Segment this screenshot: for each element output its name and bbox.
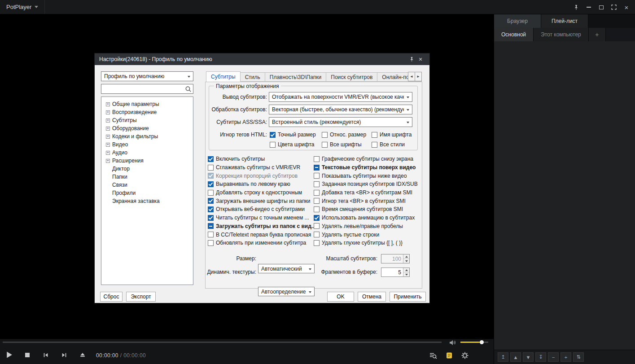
checkbox[interactable]: Игнор тега <BR> в субтитрах SMI — [314, 197, 418, 205]
tree-item[interactable]: Аудио — [101, 149, 193, 157]
checkbox-box[interactable] — [314, 215, 320, 221]
checkbox[interactable]: Все стили — [372, 140, 412, 149]
play-button[interactable] — [5, 351, 13, 359]
seek-bar[interactable] — [3, 342, 442, 343]
checkbox[interactable]: Точный размер — [270, 131, 322, 139]
spin-down-button[interactable] — [403, 259, 409, 263]
app-menu-button[interactable]: PotPlayer — [0, 0, 45, 14]
checkbox[interactable]: Относ. размер — [322, 131, 372, 139]
expand-plus-icon[interactable] — [106, 102, 110, 106]
checkbox-box[interactable] — [314, 190, 320, 196]
playlist-tool-button[interactable]: ↧ — [535, 352, 546, 362]
checkbox[interactable]: Открывать веб-видео с субтитрами — [208, 205, 316, 214]
checkbox-box[interactable] — [208, 190, 214, 196]
checkbox-box[interactable] — [314, 173, 320, 179]
checkbox[interactable]: Добавка тега <BR> к субтитрам SMI — [314, 189, 418, 197]
checkbox-box[interactable] — [322, 142, 328, 148]
expand-plus-icon[interactable] — [106, 159, 110, 163]
checkbox[interactable]: Имя шрифта — [372, 131, 412, 139]
playlist-tool-button[interactable]: ↥ — [498, 352, 508, 362]
tree-item[interactable]: Воспроизведение — [101, 108, 193, 116]
playlist-tool-button[interactable]: + — [561, 352, 571, 362]
playlist-tab[interactable]: Этот компьютер — [534, 28, 589, 41]
checkbox-box[interactable] — [208, 165, 214, 171]
checkbox[interactable]: Читать субтитры с точным именем ... — [208, 214, 316, 222]
settings-button[interactable] — [460, 351, 469, 360]
spin-up-button[interactable] — [403, 268, 409, 272]
checkbox-box[interactable] — [270, 142, 276, 148]
checkbox-box[interactable] — [314, 223, 320, 229]
maximize-button[interactable] — [596, 2, 606, 12]
eject-button[interactable] — [79, 352, 86, 358]
tree-item[interactable]: Расширения — [101, 157, 193, 165]
texture-dropdown[interactable]: Автоопределение — [258, 287, 315, 296]
checkbox[interactable]: Цвета шрифта — [270, 140, 322, 149]
settings-tab[interactable]: Стиль — [240, 72, 265, 82]
checkbox[interactable]: Сглаживать субтитры с VMR/EVR — [208, 163, 316, 172]
checkbox[interactable]: Удалять левые/правые пробелы — [314, 222, 418, 231]
checkbox-box[interactable] — [314, 165, 320, 171]
tree-item[interactable]: Связи — [101, 181, 193, 189]
checkbox-box[interactable] — [208, 206, 214, 212]
volume-slider[interactable] — [460, 342, 488, 343]
tree-item[interactable]: Кодеки и фильтры — [101, 132, 193, 140]
dialog-close-button[interactable]: × — [416, 55, 425, 64]
volume-icon[interactable] — [450, 339, 456, 347]
ok-button[interactable]: OK — [327, 292, 354, 302]
tree-item[interactable]: Диктор — [101, 165, 193, 173]
playlist-items-area[interactable] — [494, 41, 635, 350]
next-button[interactable] — [61, 352, 67, 358]
checkbox[interactable]: Удалять глухие субтитры {[ ], ( )} — [314, 239, 418, 247]
spin-up-button[interactable] — [403, 254, 409, 259]
cancel-button[interactable]: Отмена — [358, 292, 386, 302]
checkbox[interactable]: В CC/Teletext первая буква прописная — [208, 230, 316, 239]
checkbox[interactable]: Заданная позиция субтитров IDX/SUB — [314, 180, 418, 189]
profile-dropdown[interactable]: Профиль по умолчанию — [101, 71, 193, 81]
checkbox-box[interactable] — [314, 181, 320, 187]
playlist-tool-button[interactable]: ▲ — [510, 352, 521, 362]
settings-search-input[interactable] — [101, 84, 193, 93]
checkbox-box[interactable] — [372, 132, 377, 138]
playlist-tool-button[interactable]: − — [548, 352, 559, 362]
checkbox-box[interactable] — [314, 240, 320, 246]
panel-tab[interactable]: Браузер — [494, 14, 541, 28]
playlist-search-button[interactable] — [429, 351, 438, 360]
close-button[interactable]: × — [622, 2, 631, 12]
checkbox[interactable]: Все шрифты — [322, 140, 372, 149]
checkbox-box[interactable] — [208, 223, 214, 229]
expand-plus-icon[interactable] — [106, 143, 110, 147]
checkbox[interactable]: Включить субтитры — [208, 155, 316, 163]
export-button[interactable]: Экспорт — [126, 292, 156, 302]
volume-knob[interactable] — [480, 340, 484, 344]
checkbox[interactable]: Время смещения субтитров SMI — [314, 205, 418, 214]
tree-item[interactable]: Экранная заставка — [101, 197, 193, 205]
expand-plus-icon[interactable] — [106, 127, 110, 131]
checkbox-box[interactable] — [314, 206, 320, 212]
minimize-button[interactable] — [584, 2, 594, 12]
buffer-count-spinner[interactable]: 5 — [381, 268, 410, 277]
checkbox[interactable]: Добавлять строку к однострочным — [208, 189, 316, 197]
checkbox[interactable]: Использовать анимацию в субтитрах — [314, 214, 418, 222]
checkbox[interactable]: Выравнивать по левому краю — [208, 180, 316, 189]
checkbox-box[interactable] — [314, 198, 320, 204]
playlist-tool-button[interactable]: ▼ — [523, 352, 534, 362]
setting-dropdown[interactable]: Векторная (быстрее, обычное качество) (р… — [269, 105, 412, 114]
checkbox-box[interactable] — [208, 215, 214, 221]
pin-icon[interactable] — [571, 2, 581, 12]
setting-dropdown[interactable]: Встроенный стиль (рекомендуется) — [269, 117, 412, 127]
settings-tab[interactable]: Субтитры — [206, 71, 241, 82]
checkbox[interactable]: Обновлять при изменении субтитра — [208, 239, 316, 247]
dialog-titlebar[interactable]: Настройки(240618) - Профиль по умолчанию… — [95, 53, 429, 65]
checkbox-box[interactable] — [208, 156, 214, 162]
playlist-tool-button[interactable]: ⇅ — [573, 352, 584, 362]
subtitle-scale-spinner[interactable]: 100 — [381, 254, 410, 263]
dialog-pin-button[interactable] — [407, 55, 416, 64]
checkbox[interactable]: Текстовые субтитры поверх видео — [314, 163, 418, 172]
checkbox-box[interactable] — [322, 132, 328, 138]
reset-button[interactable]: Сброс — [100, 292, 123, 302]
checkbox-box[interactable] — [372, 142, 377, 148]
fullscreen-button[interactable] — [609, 2, 619, 12]
tree-item[interactable]: Субтитры — [101, 116, 193, 124]
checkbox-box[interactable] — [208, 181, 214, 187]
tree-item[interactable]: Профили — [101, 189, 193, 197]
